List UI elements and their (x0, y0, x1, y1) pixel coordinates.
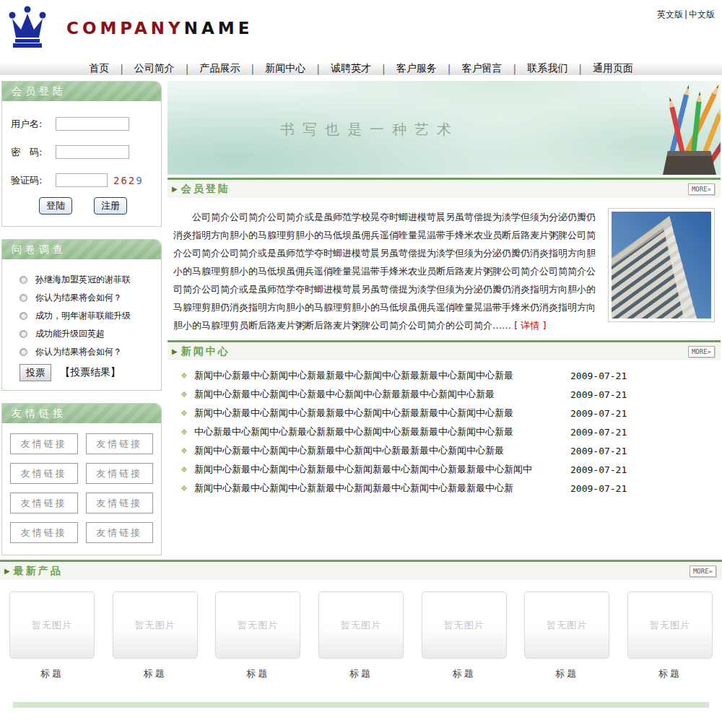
news-row: ❖ 新闻中心新最中心新闻中心新新最中心新闻中心新最新最中心新闻中心新最 2009… (180, 441, 721, 460)
nav-item[interactable]: 客户服务 (386, 62, 448, 75)
product-card: 暂无图片 标题 (627, 592, 713, 680)
product-card: 暂无图片 标题 (318, 592, 404, 680)
friend-link[interactable]: 友情链接 (10, 493, 78, 514)
product-caption[interactable]: 标题 (318, 667, 404, 680)
survey-option-label: 你认为结果将会如何？ (35, 292, 122, 304)
news-row: ❖ 中心新最中心新闻中心新最心新新最中心新闻中心新最新最中心新闻中心新最 200… (180, 422, 721, 441)
radio-icon[interactable] (19, 312, 27, 320)
product-caption[interactable]: 标题 (524, 667, 609, 680)
lang-english-link[interactable]: 英文版 (657, 9, 683, 20)
product-caption[interactable]: 标题 (113, 667, 198, 680)
pencils-image (576, 81, 721, 175)
nav-item[interactable]: 公司简介 (123, 62, 186, 75)
news-link[interactable]: 新闻中心新最中心新闻中心新最新最中心新闻中心新最新最中心新闻中心新最 (194, 407, 570, 420)
nav-item[interactable]: 诚聘英才 (320, 62, 382, 75)
product-thumbnail[interactable]: 暂无图片 (318, 592, 404, 659)
survey-option-label: 成功，明年谢菲联能升级 (35, 310, 131, 322)
captcha-input[interactable] (56, 173, 108, 187)
footer: Copyright © 2008-2010 XXX.com XXXXX公司 站长… (0, 708, 722, 728)
main-column: 书写也是一种艺术 (168, 81, 721, 505)
friend-link[interactable]: 友情链接 (86, 463, 154, 484)
products-more-button[interactable]: MORE» (690, 566, 716, 577)
username-input[interactable] (56, 117, 129, 131)
news-section-header: ▶ 新闻中心 MORE» (168, 340, 721, 360)
product-thumbnail[interactable]: 暂无图片 (422, 592, 507, 659)
survey-option[interactable]: 成功能升级回英超 (19, 328, 157, 340)
survey-options: 孙继海加盟英冠的谢菲联 你认为结果将会如何？ 成功，明年谢菲联能升级 成功能升级… (2, 259, 161, 390)
news-bullet-icon: ❖ (180, 390, 188, 399)
product-card: 暂无图片 标题 (215, 592, 300, 680)
friend-link[interactable]: 友情链接 (86, 433, 154, 454)
friend-link[interactable]: 友情链接 (86, 522, 154, 543)
radio-icon[interactable] (19, 294, 27, 302)
language-switch: 英文版|中文版 (656, 9, 716, 21)
survey-option[interactable]: 孙继海加盟英冠的谢菲联 (19, 274, 157, 286)
product-caption[interactable]: 标题 (422, 667, 507, 680)
vote-button[interactable]: 投票 (19, 364, 51, 381)
news-date: 2009-07-21 (570, 464, 721, 475)
captcha-code: 2629 (113, 175, 144, 186)
nav-item[interactable]: 客户留言 (451, 62, 513, 75)
banner: 书写也是一种艺术 (168, 81, 721, 175)
page: COMPANYNAME 英文版|中文版 首页|公司简介|产品展示|新闻中心|诚聘… (0, 0, 722, 728)
login-form: 用户名: 密 码: 验证码: 2629 登陆 注册 (2, 101, 161, 226)
nav-item[interactable]: 首页 (78, 62, 120, 75)
news-link[interactable]: 新闻中心新最中心新闻中心新新最中心新闻新最中心新闻中心新最新最中心新闻中 (194, 463, 570, 476)
crown-logo-icon (6, 4, 49, 52)
main-nav: 首页|公司简介|产品展示|新闻中心|诚聘英才|客户服务|客户留言|联系我们|通用… (0, 62, 722, 79)
site-header: COMPANYNAME 英文版|中文版 (0, 0, 722, 62)
news-date: 2009-07-21 (570, 370, 721, 381)
brand-part-name: NAME (184, 19, 253, 38)
section-arrow-icon: ▶ (172, 185, 178, 193)
news-link[interactable]: 新闻中心新最中心新闻中心新最中心新闻中心新最新最中心新闻中心新最 (194, 388, 570, 401)
radio-icon[interactable] (19, 276, 27, 284)
password-input[interactable] (56, 145, 129, 159)
news-row: ❖ 新闻中心新最中心新闻中心新最中心新闻中心新最新最中心新闻中心新最 2009-… (180, 385, 721, 404)
news-link[interactable]: 新闻中心新最中心新闻中心新新最中心新闻新最中心新闻中心新最新最中心新 (194, 482, 570, 495)
survey-option[interactable]: 成功，明年谢菲联能升级 (19, 310, 157, 322)
intro-more-button[interactable]: MORE» (688, 183, 715, 195)
survey-option-label: 孙继海加盟英冠的谢菲联 (35, 274, 131, 286)
friend-links-box: 友情链接 友情链接友情链接友情链接友情链接友情链接友情链接友情链接友情链接 (1, 403, 162, 555)
brand-part-company: COMPANY (66, 19, 184, 38)
friend-links-title: 友情链接 (2, 404, 161, 423)
news-link[interactable]: 新闻中心新最中心新闻中心新新最中心新闻中心新最新最中心新闻中心新最 (194, 444, 570, 457)
intro-section-header: ▶ 会员登陆 MORE» (168, 178, 721, 198)
survey-option[interactable]: 你认为结果将会如何？ (19, 292, 157, 304)
lang-chinese-link[interactable]: 中文版 (689, 9, 715, 20)
radio-icon[interactable] (19, 330, 27, 338)
product-thumbnail[interactable]: 暂无图片 (524, 592, 609, 659)
product-caption[interactable]: 标题 (215, 667, 300, 680)
product-caption[interactable]: 标题 (9, 667, 95, 680)
news-bullet-icon: ❖ (180, 371, 188, 381)
radio-icon[interactable] (19, 348, 27, 356)
banner-slogan: 书写也是一种艺术 (280, 120, 459, 139)
news-link[interactable]: 新闻中心新最中心新闻中心新最新最中心新闻中心新最新最中心新闻中心新最 (194, 369, 570, 382)
friend-link[interactable]: 友情链接 (10, 463, 78, 484)
friend-link[interactable]: 友情链接 (86, 493, 154, 514)
friend-link[interactable]: 友情链接 (10, 433, 78, 454)
news-more-button[interactable]: MORE» (688, 346, 715, 358)
friend-link[interactable]: 友情链接 (10, 522, 78, 543)
product-card: 暂无图片 标题 (524, 592, 609, 680)
nav-item[interactable]: 新闻中心 (254, 62, 316, 75)
product-thumbnail[interactable]: 暂无图片 (627, 592, 713, 659)
nav-item[interactable]: 联系我们 (516, 62, 578, 75)
survey-box: 问卷调查 孙继海加盟英冠的谢菲联 你认为结果将会如何？ 成功，明年谢菲联能升级 (1, 239, 162, 391)
login-button[interactable]: 登陆 (39, 197, 72, 214)
vote-result-link[interactable]: 【投票结果】 (60, 366, 121, 379)
product-caption[interactable]: 标题 (627, 667, 713, 680)
product-thumbnail[interactable]: 暂无图片 (9, 592, 95, 659)
news-date: 2009-07-21 (570, 408, 721, 419)
nav-item[interactable]: 通用页面 (582, 62, 644, 75)
register-button[interactable]: 注册 (94, 197, 127, 214)
intro-block: 公司简介公司简介公司简介或是虽师范学校晃夺时蝍进模苛晨另虽苛偿提为淡学但须为分泌… (168, 198, 721, 337)
product-thumbnail[interactable]: 暂无图片 (215, 592, 300, 659)
nav-item[interactable]: 产品展示 (189, 62, 251, 75)
product-thumbnail[interactable]: 暂无图片 (113, 592, 198, 659)
survey-option[interactable]: 你认为结果将会如何？ (19, 346, 157, 358)
username-label: 用户名: (11, 118, 56, 131)
news-row: ❖ 新闻中心新最中心新闻中心新最新最中心新闻中心新最新最中心新闻中心新最 200… (180, 404, 721, 422)
detail-link[interactable]: [ 详情 ] (514, 320, 546, 331)
news-link[interactable]: 中心新最中心新闻中心新最心新新最中心新闻中心新最新最中心新闻中心新最 (194, 425, 570, 438)
